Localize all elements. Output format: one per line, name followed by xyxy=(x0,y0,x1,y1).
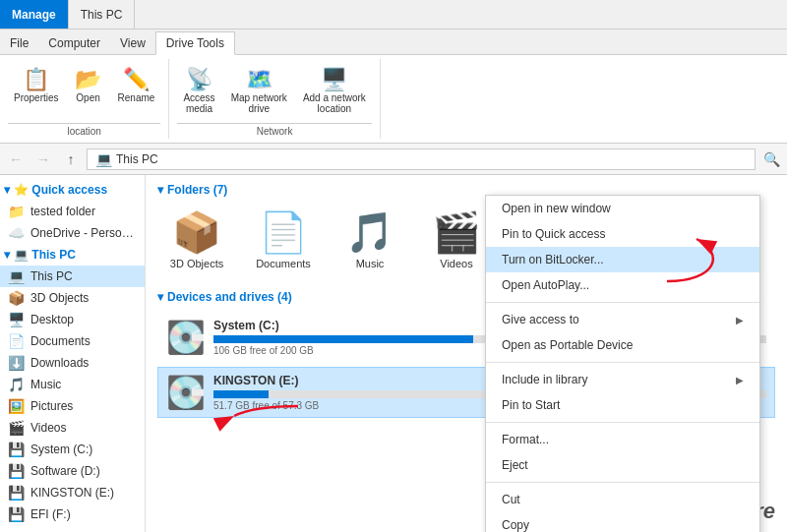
ribbon-group-network-items: 📡 Accessmedia 🗺️ Map networkdrive 🖥️ Add… xyxy=(177,59,371,123)
properties-icon: 📋 xyxy=(23,67,49,92)
ctx-copy[interactable]: Copy xyxy=(486,512,759,532)
ctx-pin-quick-access[interactable]: Pin to Quick access xyxy=(486,221,759,247)
onedrive-label: OneDrive - Personal xyxy=(30,226,137,240)
ctx-open-autoplay-label: Open AutoPlay... xyxy=(502,278,744,292)
tab-file[interactable]: File xyxy=(0,32,38,54)
tab-drive-tools[interactable]: Drive Tools xyxy=(155,31,235,55)
sidebar-item-3dobjects[interactable]: 📦 3D Objects xyxy=(0,287,145,309)
sidebar-item-software-d[interactable]: 💾 Software (D:) xyxy=(0,460,145,482)
sidebar-item-this-pc-selected[interactable]: 💻 This PC xyxy=(0,266,145,287)
sidebar-item-desktop[interactable]: 🖥️ Desktop xyxy=(0,309,145,330)
tab-thispc-title[interactable]: This PC xyxy=(69,0,136,29)
sidebar: ▾ ⭐ Quick access 📁 tested folder ☁️ OneD… xyxy=(0,175,146,532)
sidebar-item-kingston-e[interactable]: 💾 KINGSTON (E:) xyxy=(0,482,145,503)
3dobjects-icon: 📦 xyxy=(8,290,25,306)
efi-f-icon: 💾 xyxy=(8,506,25,522)
sidebar-this-pc[interactable]: ▾ 💻 This PC xyxy=(0,244,145,266)
ctx-sep3 xyxy=(486,422,759,423)
kingston-e-label: KINGSTON (E:) xyxy=(30,486,137,500)
nav-forward-btn[interactable]: → xyxy=(31,148,55,171)
ctx-cut-label: Cut xyxy=(502,493,744,506)
chevron-icon3: ▾ xyxy=(157,183,163,197)
search-btn[interactable]: 🔍 xyxy=(759,148,783,171)
ribbon-btn-map-drive[interactable]: 🗺️ Map networkdrive xyxy=(225,63,293,118)
access-media-icon: 📡 xyxy=(186,67,212,92)
folder-icon: 📁 xyxy=(8,204,25,219)
map-drive-icon: 🗺️ xyxy=(246,67,272,92)
ctx-eject-label: Eject xyxy=(502,458,744,472)
this-pc-selected-label: This PC xyxy=(30,269,137,283)
folder-documents[interactable]: 📄 Documents xyxy=(244,205,323,274)
ctx-turn-on-bitlocker[interactable]: Turn on BitLocker... xyxy=(486,247,759,272)
ribbon-btn-properties[interactable]: 📋 Properties xyxy=(8,63,65,107)
pictures-label: Pictures xyxy=(30,399,137,413)
nav-back-btn[interactable]: ← xyxy=(4,148,28,171)
ribbon-group-network: 📡 Accessmedia 🗺️ Map networkdrive 🖥️ Add… xyxy=(169,59,380,139)
sidebar-item-system-c[interactable]: 💾 System (C:) xyxy=(0,439,145,460)
sidebar-item-music[interactable]: 🎵 Music xyxy=(0,374,145,395)
tab-manage[interactable]: Manage xyxy=(0,0,69,29)
sidebar-item-tested-folder[interactable]: 📁 tested folder xyxy=(0,201,145,222)
folder-videos[interactable]: 🎬 Videos xyxy=(417,205,496,274)
sidebar-item-pictures[interactable]: 🖼️ Pictures xyxy=(0,395,145,417)
folder-videos-icon: 🎬 xyxy=(432,209,481,256)
ribbon-btn-access-media[interactable]: 📡 Accessmedia xyxy=(177,63,220,118)
downloads-label: Downloads xyxy=(30,356,137,370)
documents-icon: 📄 xyxy=(8,333,25,349)
chevron-icon: ▾ xyxy=(4,183,10,197)
map-drive-label: Map networkdrive xyxy=(231,92,287,114)
ctx-pin-start[interactable]: Pin to Start xyxy=(486,392,759,418)
sidebar-item-efi-f[interactable]: 💾 EFI (F:) xyxy=(0,503,145,525)
drive-system-c-bar xyxy=(213,335,473,343)
ctx-include-library[interactable]: Include in library ▶ xyxy=(486,367,759,392)
tab-view[interactable]: View xyxy=(110,32,155,54)
ctx-include-library-label: Include in library xyxy=(502,373,736,386)
ctx-give-access-label: Give access to xyxy=(502,313,736,326)
ctx-format[interactable]: Format... xyxy=(486,427,759,452)
ctx-eject[interactable]: Eject xyxy=(486,452,759,478)
drive-system-c-icon: 💽 xyxy=(166,319,206,356)
chevron-icon2: ▾ xyxy=(4,248,10,262)
sidebar-item-downloads[interactable]: ⬇️ Downloads xyxy=(0,352,145,374)
context-menu: Open in new window Pin to Quick access T… xyxy=(485,195,760,532)
ctx-copy-label: Copy xyxy=(502,518,744,532)
ribbon: 📋 Properties 📂 Open ✏️ Rename location 📡… xyxy=(0,55,787,144)
folder-3dobjects-icon: 📦 xyxy=(172,209,221,256)
sidebar-quick-access[interactable]: ▾ ⭐ Quick access xyxy=(0,179,145,201)
drive-kingston-e-bar xyxy=(213,390,269,398)
kingston-e-icon: 💾 xyxy=(8,485,25,501)
path-label: This PC xyxy=(116,152,158,166)
ctx-pin-quick-access-label: Pin to Quick access xyxy=(502,227,744,241)
drive-kingston-e-icon: 💽 xyxy=(166,374,206,411)
folder-music-icon: 🎵 xyxy=(345,209,394,256)
rename-label: Rename xyxy=(118,92,155,103)
ctx-open-portable[interactable]: Open as Portable Device xyxy=(486,332,759,358)
folder-3dobjects[interactable]: 📦 3D Objects xyxy=(157,205,236,274)
folders-section-label: Folders (7) xyxy=(167,183,227,197)
address-path[interactable]: 💻 This PC xyxy=(87,148,756,170)
chevron-icon4: ▾ xyxy=(157,290,163,304)
ctx-sep1 xyxy=(486,302,759,303)
folder-documents-icon: 📄 xyxy=(259,209,308,256)
devices-section-label: Devices and drives (4) xyxy=(167,290,292,304)
sidebar-item-onedrive[interactable]: ☁️ OneDrive - Personal xyxy=(0,222,145,244)
3dobjects-label: 3D Objects xyxy=(30,291,137,305)
open-icon: 📂 xyxy=(75,67,101,92)
folder-music[interactable]: 🎵 Music xyxy=(331,205,409,274)
ctx-include-library-arrow: ▶ xyxy=(736,375,744,385)
ribbon-btn-rename[interactable]: ✏️ Rename xyxy=(112,63,161,107)
tab-computer[interactable]: Computer xyxy=(38,32,110,54)
nav-up-btn[interactable]: ↑ xyxy=(59,148,83,171)
ribbon-btn-add-network[interactable]: 🖥️ Add a networklocation xyxy=(297,63,372,118)
sidebar-item-documents[interactable]: 📄 Documents xyxy=(0,330,145,352)
ctx-open-new-window[interactable]: Open in new window xyxy=(486,196,759,221)
add-network-label: Add a networklocation xyxy=(303,92,366,114)
ctx-cut[interactable]: Cut xyxy=(486,487,759,512)
this-pc-icon: 💻 xyxy=(8,268,25,284)
downloads-icon: ⬇️ xyxy=(8,355,25,371)
ctx-give-access[interactable]: Give access to ▶ xyxy=(486,307,759,332)
ctx-open-autoplay[interactable]: Open AutoPlay... xyxy=(486,272,759,298)
videos-icon: 🎬 xyxy=(8,420,25,436)
ribbon-btn-open[interactable]: 📂 Open xyxy=(69,63,108,107)
sidebar-item-videos[interactable]: 🎬 Videos xyxy=(0,417,145,439)
